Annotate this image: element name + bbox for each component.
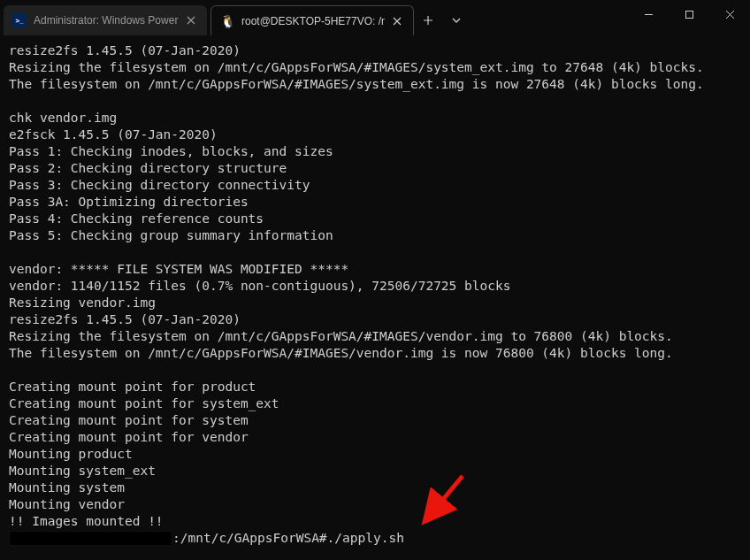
tab-title: Administrator: Windows PowerS bbox=[34, 14, 179, 27]
new-tab-button[interactable] bbox=[414, 5, 442, 35]
svg-rect-0 bbox=[685, 11, 693, 18]
terminal-line: Mounting system bbox=[9, 480, 125, 495]
terminal-line: The filesystem on /mnt/c/GAppsForWSA/#IM… bbox=[9, 77, 704, 91]
terminal-line: Mounting system_ext bbox=[9, 464, 156, 478]
maximize-button[interactable] bbox=[669, 0, 709, 28]
title-bar: >_ Administrator: Windows PowerS 🐧 root@… bbox=[0, 0, 750, 35]
terminal-line: Pass 1: Checking inodes, blocks, and siz… bbox=[9, 144, 333, 158]
linux-icon: 🐧 bbox=[220, 14, 234, 28]
prompt-command: ./apply.sh bbox=[327, 530, 404, 547]
terminal-line: !! Images mounted !! bbox=[9, 514, 164, 528]
close-icon[interactable] bbox=[390, 14, 404, 28]
prompt-line: :/mnt/c/GAppsForWSA# ./apply.sh bbox=[9, 530, 741, 547]
terminal-line: Resizing vendor.img bbox=[9, 295, 156, 310]
terminal-line: Resizing the filesystem on /mnt/c/GAppsF… bbox=[9, 329, 673, 343]
terminal-line: Pass 3: Checking directory connectivity bbox=[9, 178, 310, 192]
redacted-hostname bbox=[9, 531, 172, 546]
minimize-button[interactable] bbox=[628, 0, 669, 28]
close-button[interactable] bbox=[709, 0, 750, 28]
terminal-output[interactable]: resize2fs 1.45.5 (07-Jan-2020) Resizing … bbox=[0, 35, 750, 554]
powershell-icon: >_ bbox=[12, 13, 27, 27]
terminal-line: Creating mount point for system bbox=[9, 413, 249, 427]
terminal-line: Pass 2: Checking directory structure bbox=[9, 161, 287, 175]
terminal-line: The filesystem on /mnt/c/GAppsForWSA/#IM… bbox=[9, 346, 673, 360]
terminal-line: Pass 5: Checking group summary informati… bbox=[9, 228, 333, 242]
close-icon[interactable] bbox=[184, 13, 198, 27]
tab-container: >_ Administrator: Windows PowerS 🐧 root@… bbox=[0, 0, 628, 35]
terminal-line: vendor: ***** FILE SYSTEM WAS MODIFIED *… bbox=[9, 262, 348, 276]
terminal-line: vendor: 1140/1152 files (0.7% non-contig… bbox=[9, 279, 510, 293]
terminal-line: resize2fs 1.45.5 (07-Jan-2020) bbox=[9, 43, 241, 58]
tab-powershell[interactable]: >_ Administrator: Windows PowerS bbox=[4, 5, 207, 35]
terminal-line: resize2fs 1.45.5 (07-Jan-2020) bbox=[9, 312, 241, 326]
terminal-line: Creating mount point for system_ext bbox=[9, 396, 279, 410]
terminal-line: Creating mount point for vendor bbox=[9, 430, 249, 444]
prompt-path: :/mnt/c/GAppsForWSA# bbox=[172, 530, 327, 547]
terminal-line: chk vendor.img bbox=[9, 111, 117, 125]
window-controls bbox=[628, 0, 750, 35]
terminal-line: Mounting product bbox=[9, 447, 133, 461]
tab-title: root@DESKTOP-5HE77VO: /mn bbox=[241, 15, 385, 27]
terminal-line: Pass 4: Checking reference counts bbox=[9, 211, 264, 226]
terminal-line: Pass 3A: Optimizing directories bbox=[9, 195, 249, 209]
terminal-line: Creating mount point for product bbox=[9, 380, 256, 394]
terminal-line: Resizing the filesystem on /mnt/c/GAppsF… bbox=[9, 60, 704, 74]
terminal-line: e2fsck 1.45.5 (07-Jan-2020) bbox=[9, 127, 218, 142]
tab-dropdown-button[interactable] bbox=[442, 5, 471, 35]
tab-linux[interactable]: 🐧 root@DESKTOP-5HE77VO: /mn bbox=[210, 5, 414, 35]
terminal-line: Mounting vendor bbox=[9, 497, 125, 511]
